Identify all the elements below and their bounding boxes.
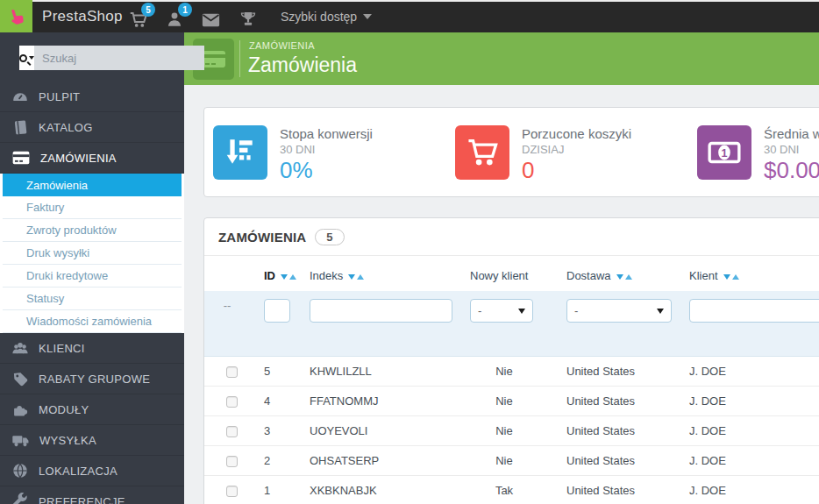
sort-asc-icon[interactable] (357, 274, 364, 280)
orders-count-badge: 5 (315, 229, 344, 245)
submenu-item-faktury[interactable]: Faktury (3, 196, 182, 219)
sidebar-item-pulpit[interactable]: PULPIT (0, 82, 184, 112)
cell-id: 4 (250, 386, 296, 415)
cart-notifications-button[interactable]: 5 (126, 6, 148, 28)
cell-id: 1 (250, 475, 296, 504)
orders-filter-row: -- - - (204, 291, 819, 356)
table-row[interactable]: 4 FFATNOMMJ Nie United States J. DOE (204, 386, 819, 415)
kpi-period: DZISIAJ (522, 142, 631, 157)
submenu-item-statusy[interactable]: Statusy (3, 287, 182, 310)
sidebar-item-moduly[interactable]: MODUŁY (0, 394, 184, 425)
klient-filter-input[interactable] (689, 299, 819, 323)
sidebar-item-rabaty-grupowe[interactable]: RABATY GRUPOWE (0, 364, 184, 394)
column-header-id[interactable]: ID (250, 256, 296, 291)
row-checkbox[interactable] (226, 486, 238, 497)
row-checkbox[interactable] (226, 366, 238, 378)
customers-notifications-button[interactable]: 1 (163, 6, 185, 28)
table-row[interactable]: 3 UOYEVOLI Nie United States J. DOE (204, 415, 819, 445)
cell-dostawa: United States (552, 445, 675, 475)
trophy-icon (239, 11, 257, 28)
cart-icon (455, 125, 509, 180)
page-header: ZAMÓWIENIA Zamówienia (184, 32, 819, 85)
orders-panel: ZAMÓWIENIA 5 ID Indeks Nowy (203, 217, 819, 504)
table-row[interactable]: 1 XKBKNABJK Tak United States J. DOE (204, 475, 819, 504)
kpi-conversion-rate: Stopa konwersji 30 DNI 0% (204, 108, 446, 196)
cell-indeks: FFATNOMMJ (296, 386, 456, 415)
dostawa-filter-select[interactable]: - (566, 299, 672, 323)
kpi-panel: Stopa konwersji 30 DNI 0% Porzucone kosz… (203, 107, 819, 197)
orders-panel-header: ZAMÓWIENIA 5 (204, 218, 819, 256)
row-checkbox[interactable] (226, 426, 238, 437)
sort-desc-icon[interactable] (281, 274, 288, 280)
cell-indeks: UOYEVOLI (296, 415, 456, 445)
submenu-item-zamowienia[interactable]: Zamówienia (3, 174, 182, 196)
cell-klient: J. DOE (675, 386, 819, 415)
prestashop-logo[interactable] (0, 0, 32, 32)
filter-range-label: -- (204, 291, 250, 356)
breadcrumb: ZAMÓWIENIA (249, 40, 315, 51)
credit-card-icon (11, 149, 31, 167)
sidebar-item-label: RABATY GRUPOWE (39, 373, 150, 386)
prestashop-admin-window: PrestaShop 5 1 (0, 0, 819, 504)
cell-indeks: OHSATSERP (296, 445, 456, 475)
submenu-item-wiadomosci-zamowienia[interactable]: Wiadomości zamówienia (3, 310, 182, 333)
sort-desc-icon[interactable] (348, 274, 355, 280)
kpi-abandoned-carts: Porzucone koszyki DZISIAJ 0 (446, 108, 688, 196)
customers-badge: 1 (178, 3, 192, 17)
kpi-period: 30 DNI (280, 142, 373, 157)
table-row[interactable]: 5 KHWLILZLL Nie United States J. DOE (204, 356, 819, 386)
sidebar-item-label: PREFERENCJE (39, 495, 125, 504)
people-icon (11, 339, 29, 357)
column-header-dostawa[interactable]: Dostawa (552, 256, 675, 291)
sidebar-item-preferencje[interactable]: PREFERENCJE (0, 486, 184, 504)
main-content: Stopa konwersji 30 DNI 0% Porzucone kosz… (184, 85, 819, 504)
funnel-icon (213, 125, 267, 180)
indeks-filter-input[interactable] (310, 299, 452, 323)
submenu-item-druki-kredytowe[interactable]: Druki kredytowe (3, 265, 182, 287)
sidebar-item-lokalizacja[interactable]: LOKALIZACJA (0, 456, 184, 486)
search-input[interactable] (34, 46, 204, 70)
sort-desc-icon[interactable] (723, 274, 730, 280)
row-checkbox[interactable] (226, 396, 238, 408)
submenu-item-zwroty-produktow[interactable]: Zwroty produktów (3, 219, 182, 242)
search-scope-button[interactable] (19, 46, 34, 70)
sidebar-item-label: PULPIT (39, 90, 80, 103)
row-checkbox[interactable] (226, 456, 238, 467)
sort-asc-icon[interactable] (625, 274, 632, 280)
submenu-item-druk-wysylki[interactable]: Druk wysyłki (3, 242, 182, 265)
cell-dostawa: United States (552, 386, 675, 415)
kpi-average-cart-value: 1 Średnia wart 30 DNI $0.00 (688, 108, 819, 196)
envelope-icon (201, 12, 221, 28)
sort-asc-icon[interactable] (732, 274, 739, 280)
kpi-value: 0 (522, 157, 631, 183)
sort-desc-icon[interactable] (616, 274, 623, 280)
quick-access-menu[interactable]: Szybki dostęp (281, 10, 372, 24)
cart-badge: 5 (141, 3, 155, 17)
sidebar-item-label: ZAMÓWIENIA (40, 152, 117, 165)
sort-asc-icon[interactable] (289, 274, 296, 280)
sidebar-item-klienci[interactable]: KLIENCI (0, 333, 184, 364)
nowy-klient-filter-select[interactable]: - (470, 299, 533, 323)
cell-klient: J. DOE (675, 475, 819, 504)
id-filter-input[interactable] (264, 299, 290, 323)
kpi-title: Porzucone koszyki (522, 125, 631, 142)
column-header-klient[interactable]: Klient (675, 256, 819, 291)
header-divider (239, 40, 240, 77)
chevron-down-icon (518, 309, 525, 314)
book-icon (11, 118, 29, 136)
kpi-title: Średnia wart (764, 125, 819, 142)
page-title: Zamówienia (248, 53, 357, 77)
sidebar-item-zamowienia[interactable]: ZAMÓWIENIA (0, 143, 184, 174)
messages-button[interactable] (200, 6, 222, 28)
sidebar-menu: PULPIT KATALOG ZAMÓWIENIA (0, 82, 184, 504)
cell-nowy-klient: Tak (456, 475, 552, 504)
table-row[interactable]: 2 OHSATSERP Nie United States J. DOE (204, 445, 819, 475)
achievements-button[interactable] (237, 6, 259, 28)
column-header-indeks[interactable]: Indeks (296, 256, 456, 291)
cell-id: 2 (250, 445, 296, 475)
gauge-icon (11, 88, 29, 105)
sidebar-item-wysylka[interactable]: WYSYŁKA (0, 425, 184, 456)
chevron-down-icon (363, 14, 372, 19)
quick-access-label: Szybki dostęp (281, 10, 357, 24)
sidebar-item-katalog[interactable]: KATALOG (0, 112, 184, 143)
